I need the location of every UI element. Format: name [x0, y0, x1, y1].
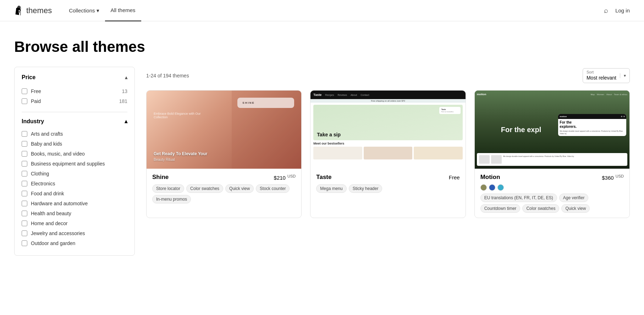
sidebar: Price ▴ Free 13 Paid 181 Industry ▴ — [14, 67, 135, 261]
theme-tag: Quick view — [561, 204, 590, 213]
theme-tag: Sticky header — [349, 184, 382, 193]
industry-checkbox[interactable] — [22, 161, 27, 167]
nav-right: ⌕ Log in — [604, 6, 630, 15]
themes-grid: SHINE Get Ready To Elevate Your Beauty R… — [146, 90, 630, 218]
theme-info: Shine $210 USD Store locatorColor swatch… — [147, 169, 301, 208]
industry-label[interactable]: Business equipment and supplies — [31, 161, 105, 167]
theme-name: Taste — [316, 174, 331, 181]
industry-filter-row: Health and beauty — [22, 208, 127, 218]
industry-label[interactable]: Home and decor — [31, 221, 68, 226]
theme-name: Shine — [152, 174, 169, 181]
industry-filter-row: Books, music, and video — [22, 149, 127, 159]
theme-tag: Stock counter — [256, 184, 290, 193]
industry-filter-section: Industry ▴ Arts and crafts Baby and kids… — [22, 118, 127, 248]
color-swatch[interactable] — [480, 184, 487, 191]
themes-count: 1-24 of 194 themes — [146, 73, 189, 78]
industry-checkbox[interactable] — [22, 230, 27, 236]
industry-filter-row: Jewelry and accessories — [22, 228, 127, 238]
theme-info: Taste Free Mega menuSticky header — [310, 169, 465, 198]
industry-filter-row: Baby and kids — [22, 139, 127, 149]
price-filter-section: Price ▴ Free 13 Paid 181 Industry ▴ — [14, 67, 135, 256]
industry-checkbox[interactable] — [22, 141, 27, 147]
theme-name: Motion — [480, 174, 500, 181]
industry-label[interactable]: Baby and kids — [31, 141, 62, 147]
collections-nav-link[interactable]: Collections ▾ — [63, 0, 105, 21]
login-link[interactable]: Log in — [615, 7, 630, 13]
theme-card-shine[interactable]: SHINE Get Ready To Elevate Your Beauty R… — [146, 90, 302, 218]
industry-label[interactable]: Hardware and automotive — [31, 201, 88, 206]
sort-value: Most relevant — [583, 74, 620, 83]
industry-label[interactable]: Food and drink — [31, 191, 64, 196]
page-title: Browse all themes — [14, 38, 630, 55]
industry-checkbox[interactable] — [22, 171, 27, 176]
industry-checkbox[interactable] — [22, 191, 27, 196]
shopify-logo-icon — [14, 6, 24, 16]
industry-filter-header[interactable]: Industry ▴ — [22, 118, 127, 125]
theme-tags: EU translations (EN, FR, IT, DE, ES)Age … — [480, 194, 624, 213]
industry-label[interactable]: Arts and crafts — [31, 131, 63, 137]
chevron-down-icon: ▾ — [97, 7, 99, 14]
theme-card-taste[interactable]: Taste Recipes Reviews About Contact Free… — [310, 90, 466, 218]
all-themes-nav-link[interactable]: All themes — [105, 0, 141, 21]
theme-info: Motion $360 USD EU translations (EN, FR,… — [475, 169, 629, 218]
industry-label[interactable]: Books, music, and video — [31, 151, 85, 157]
industry-checkbox[interactable] — [22, 151, 27, 157]
theme-price: $210 USD — [274, 174, 296, 181]
industry-checkbox[interactable] — [22, 211, 27, 216]
industry-label[interactable]: Health and beauty — [31, 211, 71, 216]
industry-checkbox[interactable] — [22, 221, 27, 226]
chevron-up-icon-industry: ▴ — [125, 118, 127, 125]
price-filter-row: Paid 181 — [22, 96, 127, 106]
search-icon[interactable]: ⌕ — [604, 6, 608, 15]
color-swatch[interactable] — [489, 184, 495, 191]
industry-filter-row: Home and decor — [22, 218, 127, 228]
theme-tag: Color swatches — [186, 184, 223, 193]
sort-dropdown[interactable]: Sort Most relevant ▾ — [583, 68, 630, 83]
theme-card-motion[interactable]: motion Map Women About Team & ethics For… — [474, 90, 630, 218]
industry-filter-row: Hardware and automotive — [22, 199, 127, 208]
theme-price: Free — [449, 174, 460, 180]
industry-checkbox[interactable] — [22, 181, 27, 186]
price-filter-row: Free 13 — [22, 86, 127, 96]
color-swatch[interactable] — [497, 184, 504, 191]
themes-area: 1-24 of 194 themes Sort Most relevant ▾ … — [146, 67, 630, 261]
theme-price: $360 USD — [602, 174, 624, 181]
theme-tags: Mega menuSticky header — [316, 184, 459, 193]
theme-tags: Store locatorColor swatchesQuick viewSto… — [152, 184, 296, 203]
theme-tag: Countdown timer — [480, 204, 521, 213]
theme-tag: Age verifier — [559, 194, 589, 202]
nav-links: Collections ▾ All themes — [63, 0, 604, 21]
industry-label[interactable]: Outdoor and garden — [31, 240, 75, 246]
industry-filter-row: Arts and crafts — [22, 129, 127, 139]
hero-section: Browse all themes — [0, 21, 644, 67]
logo-text: themes — [26, 6, 52, 15]
industry-label[interactable]: Clothing — [31, 171, 49, 176]
theme-preview-taste: Taste Recipes Reviews About Contact Free… — [310, 91, 465, 169]
industry-label[interactable]: Jewelry and accessories — [31, 230, 85, 236]
price-filter-options: Free 13 Paid 181 — [22, 86, 127, 106]
price-checkbox[interactable] — [22, 98, 27, 104]
navbar: themes Collections ▾ All themes ⌕ Log in — [0, 0, 644, 21]
logo-link[interactable]: themes — [14, 6, 52, 16]
industry-filter-row: Outdoor and garden — [22, 238, 127, 248]
sort-label: Sort — [583, 69, 620, 74]
price-filter-header[interactable]: Price ▴ — [22, 74, 127, 81]
chevron-up-icon: ▴ — [125, 75, 127, 80]
theme-tag: Store locator — [152, 184, 184, 193]
industry-filter-row: Business equipment and supplies — [22, 159, 127, 169]
theme-tag: Color swatches — [522, 204, 559, 213]
theme-preview-shine: SHINE Get Ready To Elevate Your Beauty R… — [147, 91, 301, 169]
price-label[interactable]: Free — [31, 88, 41, 94]
theme-tag: EU translations (EN, FR, IT, DE, ES) — [480, 194, 557, 202]
industry-label[interactable]: Electronics — [31, 181, 55, 186]
industry-checkbox[interactable] — [22, 131, 27, 137]
sort-chevron-icon: ▾ — [620, 73, 629, 78]
price-checkbox[interactable] — [22, 88, 27, 94]
industry-filter-row: Clothing — [22, 169, 127, 179]
price-label[interactable]: Paid — [31, 98, 41, 104]
industry-filter-options: Arts and crafts Baby and kids Books, mus… — [22, 129, 127, 248]
industry-checkbox[interactable] — [22, 240, 27, 246]
themes-top-bar: 1-24 of 194 themes Sort Most relevant ▾ — [146, 67, 630, 83]
theme-tag: In-menu promos — [152, 195, 191, 203]
industry-checkbox[interactable] — [22, 201, 27, 206]
